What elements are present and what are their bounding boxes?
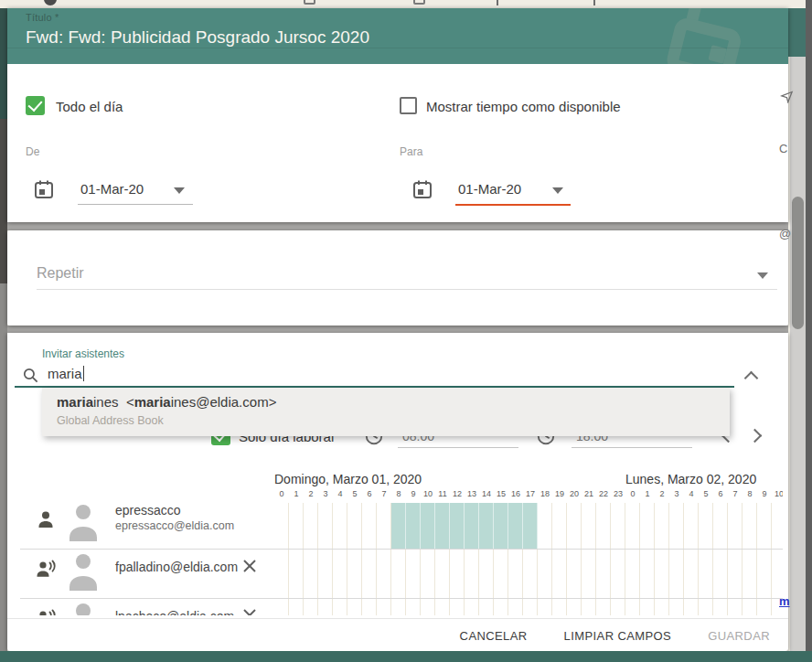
hour-tick: 4 [684, 489, 699, 498]
hour-tick: 18 [538, 489, 552, 498]
hour-tick: 2 [655, 489, 669, 498]
invite-attendees-label: Invitar asistentes [42, 347, 124, 360]
hour-tick: 9 [406, 489, 421, 498]
repeat-card: Repetir [7, 230, 788, 326]
person-icon [35, 508, 57, 530]
attendee-email: fpalladino@eldia.com [115, 560, 238, 574]
background-letter: @ [779, 227, 791, 240]
to-date-caret-icon[interactable] [552, 187, 563, 194]
attendee-row: lpacheco@eldia.com [7, 600, 274, 615]
hour-tick: 17 [523, 489, 538, 498]
hour-tick: 20 [567, 489, 582, 498]
from-date-underline [78, 204, 193, 205]
hour-tick: 1 [289, 489, 304, 498]
remove-attendee-button[interactable] [241, 558, 258, 574]
avatar [66, 550, 101, 591]
scheduler-grid: Domingo, Marzo 01, 202001234567891011121… [274, 472, 783, 615]
scrollbar-thumb[interactable] [792, 197, 804, 329]
hour-tick: 5 [699, 489, 713, 498]
hour-tick: 10 [772, 489, 783, 498]
card-gap [7, 222, 788, 230]
hour-tick: 2 [304, 489, 318, 498]
person-voice-icon [35, 607, 57, 615]
clear-fields-button[interactable]: LIMPIAR CAMPOS [562, 624, 674, 648]
event-title-input[interactable]: Fwd: Fwd: Publicidad Posgrado Jursoc 202… [26, 27, 369, 48]
hour-tick: 7 [728, 489, 743, 498]
to-date-field[interactable]: 01-Mar-20 [458, 181, 521, 197]
attendee-name: epressacco [115, 503, 181, 518]
busy-time-block [391, 503, 538, 549]
calendar-icon[interactable] [411, 178, 433, 200]
repeat-underline [37, 289, 777, 290]
footer-separator [7, 618, 788, 619]
hour-tick: 22 [596, 489, 611, 498]
show-free-label: Mostrar tiempo como disponible [426, 99, 621, 114]
repeat-select[interactable]: Repetir [37, 265, 84, 282]
hour-tick: 0 [274, 489, 289, 498]
autocomplete-dropdown[interactable]: mariaines <mariaines@eldia.com> Global A… [42, 388, 730, 436]
hour-tick: 12 [450, 489, 465, 498]
background-logo-icon [44, 0, 57, 5]
all-day-checkbox[interactable] [26, 96, 45, 115]
calendar-icon[interactable] [33, 178, 55, 200]
from-date-field[interactable]: 01-Mar-20 [80, 181, 144, 197]
start-time-underline [398, 447, 518, 448]
to-date-underline-focused [455, 204, 571, 206]
background-text-fragment [497, 0, 498, 5]
hour-tick: 16 [508, 489, 523, 498]
save-button[interactable]: GUARDAR [706, 624, 772, 648]
show-free-checkbox[interactable] [400, 97, 417, 114]
day-header: Lunes, Marzo 02, 2020 [625, 472, 756, 486]
background-toolbar-icon [413, 0, 425, 5]
background-bottom-bar [0, 651, 812, 662]
background-toolbar-strip [0, 0, 812, 8]
person-voice-icon [35, 558, 57, 580]
background-text-fragment [593, 0, 595, 5]
event-details-card: Título * Fwd: Fwd: Publicidad Posgrado J… [7, 8, 788, 222]
search-icon [22, 367, 39, 384]
all-day-label: Todo el día [56, 99, 123, 114]
hour-tick: 15 [494, 489, 508, 498]
attendee-row: fpalladino@eldia.com [7, 550, 274, 600]
cancel-button[interactable]: CANCELAR [458, 624, 529, 648]
attendee-email: epressacco@eldia.com [115, 519, 234, 532]
attendee-email: lpacheco@eldia.com [115, 609, 234, 615]
hour-tick: 9 [757, 489, 772, 498]
calendar-watermark-icon [652, 8, 756, 64]
card-gap [7, 326, 788, 333]
avatar [66, 600, 101, 615]
send-icon [780, 90, 794, 103]
hour-tick: 21 [582, 489, 596, 498]
day-header: Domingo, Marzo 01, 2020 [274, 472, 422, 486]
avatar [66, 501, 101, 541]
attendee-search-input[interactable]: maria [48, 366, 84, 381]
hour-tick: 11 [435, 489, 450, 498]
hour-tick: 10 [421, 489, 435, 498]
background-left-edge [0, 8, 7, 651]
hour-tick: 1 [640, 489, 655, 498]
hour-tick: 3 [669, 489, 684, 498]
from-label: De [26, 145, 39, 158]
hour-tick: 8 [743, 489, 757, 498]
background-letter: C [779, 142, 787, 155]
to-label: Para [400, 145, 422, 158]
from-date-caret-icon[interactable] [174, 187, 185, 194]
dialog-header: Título * Fwd: Fwd: Publicidad Posgrado J… [7, 8, 788, 64]
hour-tick: 0 [625, 489, 640, 498]
hour-tick: 3 [318, 489, 333, 498]
hour-tick: 5 [347, 489, 362, 498]
background-link-fragment: m [779, 594, 790, 608]
hour-tick: 7 [377, 489, 391, 498]
suggestion-source: Global Address Book [57, 414, 164, 427]
hour-tick: 6 [362, 489, 377, 498]
repeat-caret-icon[interactable] [757, 272, 768, 279]
chevron-up-icon[interactable] [744, 371, 759, 386]
end-time-underline [572, 447, 692, 448]
remove-attendee-button[interactable] [241, 607, 258, 615]
attendee-row: epressaccoepressacco@eldia.com [7, 501, 274, 550]
hour-tick: 4 [333, 489, 347, 498]
hour-tick: 8 [391, 489, 406, 498]
background-toolbar-icon [304, 0, 315, 5]
hour-tick: 19 [552, 489, 567, 498]
suggestion-primary: mariaines <mariaines@eldia.com> [57, 394, 276, 410]
